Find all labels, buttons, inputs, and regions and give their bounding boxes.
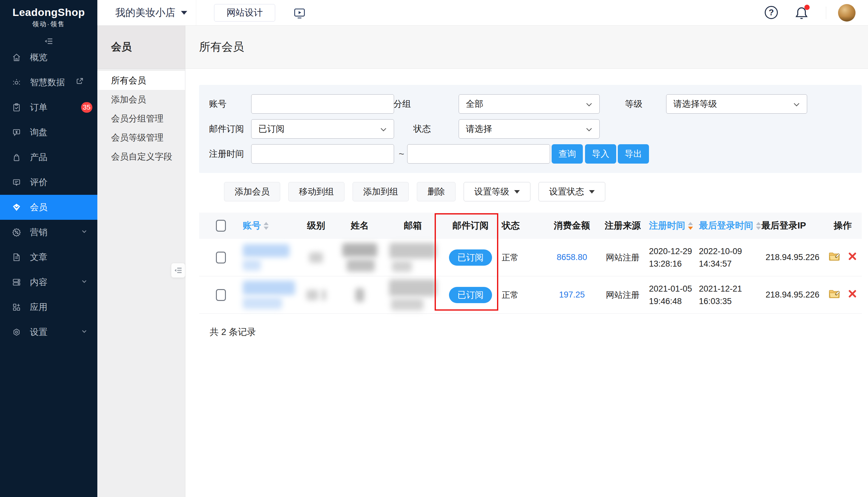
source-cell: 网站注册 — [597, 289, 649, 301]
sidebar-item-overview[interactable]: 概览 — [0, 45, 97, 70]
sidebar-item-articles[interactable]: 文章 — [0, 245, 97, 270]
select-all-checkbox[interactable] — [216, 220, 226, 232]
set-status-dropdown[interactable]: 设置状态 — [539, 182, 605, 201]
col-account: 账号 — [243, 219, 261, 232]
primary-sidebar: LeadongShop 领动·领售 概览 智慧数据 订单 35 询盘 产品 — [0, 0, 97, 497]
inquiry-icon — [12, 128, 21, 137]
table-row: 已订阅 正常 197.25 网站注册 2021-01-0519:46:48 20… — [199, 276, 862, 314]
set-status-label: 设置状态 — [549, 186, 584, 198]
subnav-item-group-management[interactable]: 会员分组管理 — [97, 109, 185, 128]
caret-down-icon — [589, 190, 595, 194]
help-icon[interactable]: ? — [765, 6, 778, 19]
subscribe-badge: 已订阅 — [449, 250, 492, 266]
content-icon — [12, 278, 21, 287]
row-checkbox[interactable] — [216, 289, 226, 301]
set-level-dropdown[interactable]: 设置等级 — [464, 182, 530, 201]
store-switcher[interactable]: 我的美妆小店 — [115, 0, 187, 26]
redacted-account — [243, 281, 295, 309]
user-avatar[interactable] — [838, 4, 855, 22]
redacted-account — [243, 244, 290, 271]
subnav-item-level-management[interactable]: 会员等级管理 — [97, 128, 185, 147]
subnav-item-custom-fields[interactable]: 会员自定义字段 — [97, 147, 185, 166]
level-select[interactable]: 请选择等级 — [666, 94, 807, 114]
subscribe-select[interactable]: 已订阅 — [251, 119, 394, 139]
table-header-row: 账号 级别 姓名 邮箱 邮件订阅 状态 消费金额 注册来源 注册时间 最后登录时… — [199, 213, 862, 239]
edit-folder-icon[interactable] — [828, 251, 840, 264]
notification-bell-icon[interactable] — [794, 5, 809, 20]
home-icon — [12, 53, 21, 62]
tutorial-video-icon[interactable] — [293, 8, 306, 20]
subnav-item-all-members[interactable]: 所有会员 — [97, 71, 185, 90]
sidebar-item-inquiry[interactable]: 询盘 — [0, 120, 97, 145]
external-link-icon — [75, 77, 84, 88]
add-member-button[interactable]: 添加会员 — [224, 182, 280, 201]
set-level-label: 设置等级 — [474, 186, 509, 198]
subsidebar-collapse-button[interactable] — [171, 263, 185, 278]
sidebar-item-label: 概览 — [30, 52, 47, 63]
move-to-group-button[interactable]: 移动到组 — [288, 182, 344, 201]
reg-time-cell: 2021-01-0519:46:48 — [649, 283, 692, 308]
record-count: 共 2 条记录 — [210, 326, 256, 338]
sidebar-item-label: 应用 — [30, 301, 47, 313]
regtime-start-input[interactable] — [251, 144, 394, 164]
last-login-cell: 2021-12-2116:03:35 — [699, 283, 742, 308]
last-login-cell: 2022-10-0914:34:57 — [699, 245, 742, 270]
col-last-login: 最后登录时间 — [699, 219, 753, 232]
chevron-down-icon — [380, 124, 387, 134]
sidebar-item-members[interactable]: 会员 — [0, 195, 97, 220]
redacted-name — [342, 243, 377, 272]
sidebar-item-label: 订单 — [30, 101, 47, 113]
col-name: 姓名 — [333, 219, 386, 232]
add-to-group-button[interactable]: 添加到组 — [353, 182, 409, 201]
sidebar-item-smart-data[interactable]: 智慧数据 — [0, 70, 97, 95]
account-filter-label: 账号 — [209, 94, 226, 114]
edit-folder-icon[interactable] — [828, 288, 840, 301]
sidebar-item-settings[interactable]: 设置 — [0, 320, 97, 345]
search-button[interactable]: 查询 — [551, 144, 583, 164]
level-select-value: 请选择等级 — [673, 98, 717, 110]
group-select[interactable]: 全部 — [459, 94, 600, 114]
row-checkbox[interactable] — [216, 252, 226, 264]
sidebar-item-marketing[interactable]: 营销 — [0, 220, 97, 245]
subnav-item-add-member[interactable]: 添加会员 — [97, 90, 185, 109]
sidebar-item-content[interactable]: 内容 — [0, 270, 97, 295]
site-design-button[interactable]: 网站设计 — [214, 4, 275, 22]
store-name: 我的美妆小店 — [115, 6, 175, 20]
status-select[interactable]: 请选择 — [459, 119, 600, 139]
sort-last-login[interactable]: 最后登录时间 — [699, 219, 761, 232]
regtime-end-input[interactable] — [407, 144, 550, 164]
sidebar-item-orders[interactable]: 订单 35 — [0, 95, 97, 120]
account-input[interactable] — [251, 94, 394, 114]
sidebar-item-reviews[interactable]: 评价 — [0, 170, 97, 195]
sort-reg-time[interactable]: 注册时间 — [649, 219, 693, 232]
export-button[interactable]: 导出 — [618, 144, 649, 164]
sort-icons — [688, 222, 693, 230]
amount-link[interactable]: 8658.80 — [557, 253, 587, 262]
secondary-sidebar-title: 会员 — [97, 26, 185, 69]
group-filter-label: 分组 — [394, 94, 411, 114]
table-row: 已订阅 正常 8658.80 网站注册 2020-12-2913:28:16 2… — [199, 239, 862, 276]
col-last-ip: 最后登录IP — [761, 219, 824, 232]
chevron-down-icon — [80, 277, 88, 287]
store-caret-icon — [181, 11, 187, 15]
article-icon — [12, 253, 21, 262]
delete-x-icon[interactable] — [848, 289, 857, 301]
sort-account[interactable]: 账号 — [243, 219, 269, 232]
import-button[interactable]: 导入 — [585, 144, 616, 164]
amount-link[interactable]: 197.25 — [559, 290, 585, 300]
subscribe-select-value: 已订阅 — [258, 123, 284, 135]
chevron-down-icon — [793, 99, 800, 109]
subscribe-badge: 已订阅 — [449, 287, 492, 303]
brand-logo: LeadongShop 领动·领售 — [0, 0, 97, 28]
sidebar-item-label: 设置 — [30, 326, 47, 338]
notification-dot — [804, 5, 810, 10]
delete-x-icon[interactable] — [848, 252, 857, 263]
filter-panel: 账号 分组 全部 等级 请选择等级 邮件订阅 已订阅 状态 请选择 注册时间 ~… — [199, 85, 862, 173]
col-level: 级别 — [299, 219, 333, 232]
sidebar-item-label: 营销 — [30, 226, 47, 238]
sidebar-item-products[interactable]: 产品 — [0, 145, 97, 170]
delete-button[interactable]: 删除 — [417, 182, 456, 201]
col-subscribe: 邮件订阅 — [439, 219, 502, 232]
sidebar-item-apps[interactable]: 应用 — [0, 295, 97, 320]
chevron-down-icon — [80, 327, 88, 337]
